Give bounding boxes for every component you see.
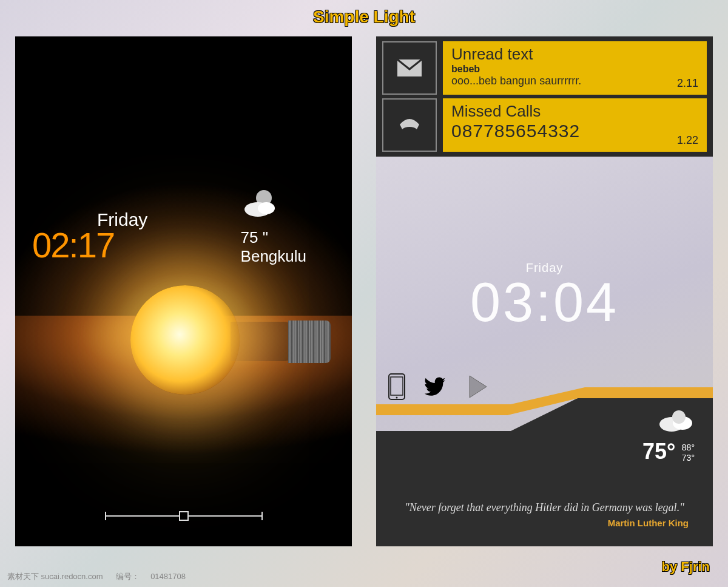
temp-low: 73° — [682, 453, 695, 463]
play-store-icon[interactable] — [468, 375, 491, 404]
quote-widget: "Never forget that everything Hitler did… — [400, 501, 689, 528]
phone-screen-right: Unread text bebeb ooo...beb bangun saurr… — [376, 36, 713, 546]
svg-rect-5 — [391, 377, 403, 395]
watermark-id-label: 编号： — [116, 572, 140, 581]
clock-left: 02:17 — [32, 225, 114, 265]
slider-thumb[interactable] — [179, 511, 189, 521]
location-left: Bengkulu — [241, 247, 306, 266]
notification-panel: Unread text bebeb ooo...beb bangun saurr… — [376, 36, 713, 157]
missed-number: 087785654332 — [451, 121, 698, 141]
twitter-icon[interactable] — [423, 376, 450, 403]
phone-icon — [382, 98, 437, 152]
unread-time: 2.11 — [677, 77, 698, 90]
svg-point-9 — [672, 410, 686, 424]
watermark-id: 01481708 — [150, 572, 186, 581]
temperature-right: 75° — [642, 439, 675, 464]
author-credit: by Fjrin — [662, 559, 710, 575]
unread-preview: ooo...beb bangun saurrrrrr. — [451, 75, 698, 87]
missed-title: Missed Calls — [451, 102, 698, 121]
phone-app-icon[interactable] — [388, 373, 405, 405]
missed-time: 1.22 — [677, 134, 698, 147]
notification-missed-calls[interactable]: Missed Calls 087785654332 1.22 — [382, 98, 707, 152]
temperature-left: 75 " — [241, 228, 306, 247]
svg-point-2 — [258, 202, 275, 214]
watermark: 素材天下 sucai.redocn.com 编号：01481708 — [7, 571, 197, 582]
clock-widget-right: Friday 03:04 — [470, 261, 619, 330]
cloud-icon — [642, 406, 695, 439]
notification-unread-text[interactable]: Unread text bebeb ooo...beb bangun saurr… — [382, 41, 707, 95]
weather-widget-right[interactable]: 75° 88° 73° — [642, 406, 695, 464]
weather-widget-left[interactable]: 75 " Bengkulu — [241, 188, 306, 266]
moon-cloud-icon — [241, 188, 306, 223]
unlock-slider[interactable] — [105, 510, 263, 522]
watermark-site: 素材天下 sucai.redocn.com — [7, 572, 103, 581]
svg-point-6 — [396, 397, 398, 399]
wallpaper-lightbulb — [15, 36, 352, 546]
unread-title: Unread text — [451, 45, 698, 64]
clock-right: 03:04 — [470, 275, 619, 330]
mail-icon — [382, 41, 437, 95]
phone-screen-left: Friday 02:17 75 " Bengkulu — [15, 36, 352, 546]
unread-sender: bebeb — [451, 64, 698, 75]
quote-author: Martin Luther King — [400, 518, 689, 528]
quote-text: "Never forget that everything Hitler did… — [400, 501, 689, 514]
page-title: Simple Light — [313, 7, 415, 27]
temp-high: 88° — [682, 443, 695, 453]
